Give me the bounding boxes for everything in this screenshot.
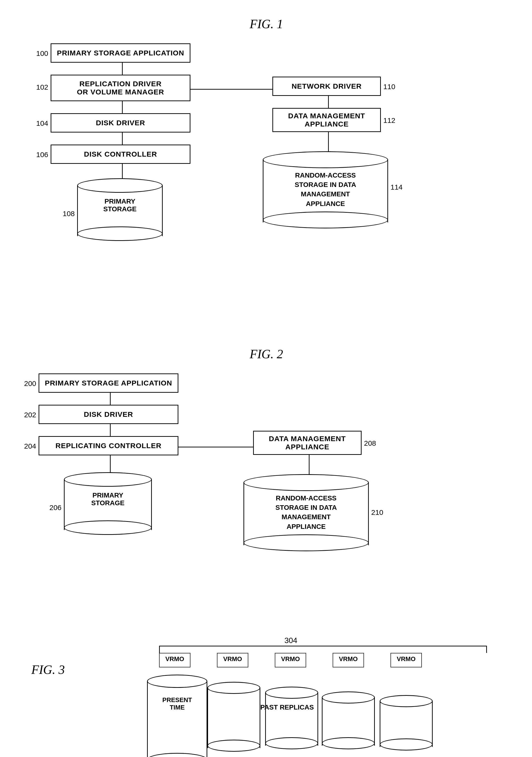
cylinder-primary-storage-1: PRIMARYSTORAGE [77, 178, 163, 241]
vrmo-box-4: VRMO [333, 653, 364, 667]
page: { "fig1": { "title": "FIG. 1", "nodes": … [0, 0, 532, 757]
fig1-title: FIG. 1 [19, 17, 514, 31]
vrmo-box-3: VRMO [275, 653, 306, 667]
vrmo-box-5: VRMO [391, 653, 422, 667]
label-106: 106 [36, 151, 48, 159]
cylinder-past-3 [322, 691, 375, 749]
box-disk-driver-2: DISK DRIVER [39, 405, 178, 424]
box-disk-controller: DISK CONTROLLER [50, 144, 190, 164]
label-102: 102 [36, 83, 48, 91]
label-204: 204 [24, 442, 36, 450]
label-104: 104 [36, 119, 48, 128]
fig3-section: FIG. 3 304 VRMO PRESENTTIME VRMO [19, 634, 514, 757]
label-114: 114 [391, 183, 403, 191]
box-replicating-controller: REPLICATING CONTROLLER [39, 436, 178, 455]
box-primary-storage-app-2: PRIMARY STORAGE APPLICATION [39, 374, 178, 393]
label-202: 202 [24, 411, 36, 419]
box-data-mgmt-2: DATA MANAGEMENTAPPLIANCE [253, 431, 361, 455]
arrow-replication-to-network [190, 87, 277, 92]
label-208: 208 [364, 439, 376, 447]
label-304: 304 [284, 636, 297, 645]
cylinder-past-4 [380, 695, 433, 750]
cylinder-random-access-1: RANDOM-ACCESSSTORAGE IN DATAMANAGEMENTAP… [263, 151, 388, 228]
cylinder-label-random-1: RANDOM-ACCESSSTORAGE IN DATAMANAGEMENTAP… [263, 170, 388, 208]
fig3-title: FIG. 3 [31, 663, 65, 677]
fig1-section: FIG. 1 PRIMARY STORAGE APPLICATION 100 R… [19, 15, 514, 320]
fig2-title: FIG. 2 [19, 347, 514, 361]
box-network-driver: NETWORK DRIVER [272, 76, 381, 96]
cylinder-present-time: PRESENTTIME [147, 675, 207, 757]
cylinder-past-1 [207, 682, 260, 752]
label-108: 108 [63, 210, 75, 218]
label-110: 110 [383, 83, 395, 91]
past-replicas-label: PAST REPLICAS [260, 704, 314, 711]
cylinder-past-2 [265, 687, 318, 749]
arrow-204-to-208 [178, 444, 258, 449]
fig2-section: FIG. 2 PRIMARY STORAGE APPLICATION 200 D… [19, 345, 514, 610]
box-primary-storage-app-1: PRIMARY STORAGE APPLICATION [50, 44, 190, 63]
label-200: 200 [24, 379, 36, 388]
box-disk-driver-1: DISK DRIVER [50, 113, 190, 133]
cylinder-random-access-2: RANDOM-ACCESSSTORAGE IN DATAMANAGEMENTAP… [243, 474, 369, 551]
box-data-mgmt-1: DATA MANAGEMENTAPPLIANCE [272, 108, 381, 132]
label-210: 210 [371, 508, 383, 517]
label-100: 100 [36, 49, 48, 58]
label-112: 112 [383, 116, 395, 125]
label-206: 206 [49, 503, 61, 512]
cylinder-label-primary-1: PRIMARYSTORAGE [77, 197, 163, 213]
box-replication-driver: REPLICATION DRIVEROR VOLUME MANAGER [50, 75, 190, 101]
cylinder-primary-storage-2: PRIMARYSTORAGE [64, 472, 152, 535]
vrmo-box-2: VRMO [217, 653, 248, 667]
vrmo-box-1: VRMO [159, 653, 190, 667]
